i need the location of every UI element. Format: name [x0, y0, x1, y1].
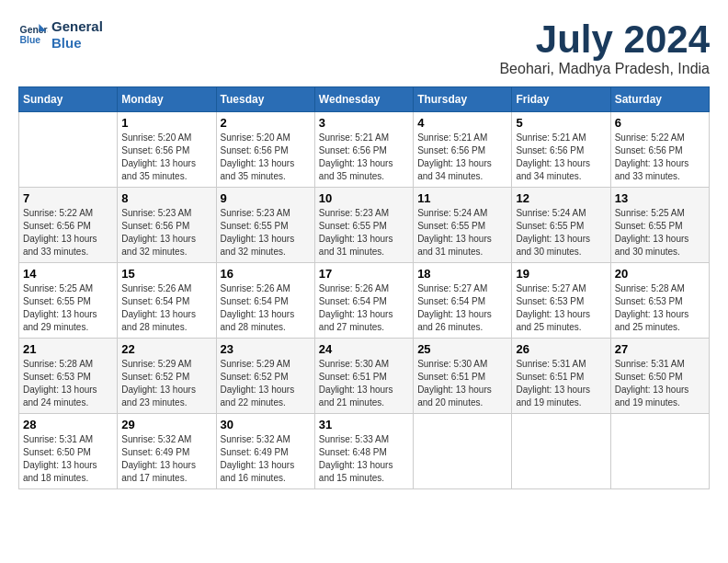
day-number: 25	[417, 342, 507, 356]
day-info: Sunrise: 5:24 AM Sunset: 6:55 PM Dayligh…	[516, 207, 606, 259]
calendar-cell: 18Sunrise: 5:27 AM Sunset: 6:54 PM Dayli…	[414, 263, 512, 339]
day-number: 20	[615, 267, 705, 281]
calendar-cell	[512, 414, 610, 489]
header-thursday: Thursday	[414, 87, 512, 112]
calendar-cell: 10Sunrise: 5:23 AM Sunset: 6:55 PM Dayli…	[314, 188, 413, 263]
calendar-cell: 2Sunrise: 5:20 AM Sunset: 6:56 PM Daylig…	[216, 112, 314, 188]
calendar-cell: 15Sunrise: 5:26 AM Sunset: 6:54 PM Dayli…	[118, 263, 216, 339]
day-info: Sunrise: 5:21 AM Sunset: 6:56 PM Dayligh…	[319, 132, 409, 183]
day-info: Sunrise: 5:32 AM Sunset: 6:49 PM Dayligh…	[121, 433, 211, 485]
day-number: 23	[221, 342, 311, 356]
day-info: Sunrise: 5:27 AM Sunset: 6:54 PM Dayligh…	[417, 282, 507, 334]
day-number: 4	[417, 116, 507, 130]
calendar-week-2: 7Sunrise: 5:22 AM Sunset: 6:56 PM Daylig…	[19, 188, 710, 263]
calendar-cell: 31Sunrise: 5:33 AM Sunset: 6:48 PM Dayli…	[314, 414, 413, 489]
calendar-cell: 9Sunrise: 5:23 AM Sunset: 6:55 PM Daylig…	[216, 188, 314, 263]
calendar-cell: 26Sunrise: 5:31 AM Sunset: 6:51 PM Dayli…	[512, 339, 610, 414]
day-info: Sunrise: 5:26 AM Sunset: 6:54 PM Dayligh…	[221, 282, 311, 334]
header-sunday: Sunday	[19, 87, 118, 112]
calendar-cell: 1Sunrise: 5:20 AM Sunset: 6:56 PM Daylig…	[118, 112, 216, 188]
day-number: 10	[319, 191, 409, 205]
logo-text-blue: Blue	[51, 35, 103, 52]
logo-text-general: General	[51, 18, 103, 35]
day-info: Sunrise: 5:31 AM Sunset: 6:50 PM Dayligh…	[23, 433, 113, 485]
day-number: 6	[615, 116, 705, 130]
calendar-week-5: 28Sunrise: 5:31 AM Sunset: 6:50 PM Dayli…	[19, 414, 710, 489]
calendar-table: SundayMondayTuesdayWednesdayThursdayFrid…	[18, 86, 710, 489]
day-info: Sunrise: 5:20 AM Sunset: 6:56 PM Dayligh…	[221, 132, 311, 183]
calendar-cell: 3Sunrise: 5:21 AM Sunset: 6:56 PM Daylig…	[314, 112, 413, 188]
month-year-title: July 2024	[499, 18, 710, 61]
calendar-cell: 23Sunrise: 5:29 AM Sunset: 6:52 PM Dayli…	[216, 339, 314, 414]
day-info: Sunrise: 5:23 AM Sunset: 6:56 PM Dayligh…	[121, 207, 211, 259]
day-number: 22	[121, 342, 211, 356]
day-number: 13	[615, 191, 705, 205]
calendar-cell: 13Sunrise: 5:25 AM Sunset: 6:55 PM Dayli…	[610, 188, 709, 263]
day-number: 24	[319, 342, 409, 356]
title-area: July 2024 Beohari, Madhya Pradesh, India	[499, 18, 710, 77]
calendar-cell: 21Sunrise: 5:28 AM Sunset: 6:53 PM Dayli…	[19, 339, 118, 414]
calendar-cell: 27Sunrise: 5:31 AM Sunset: 6:50 PM Dayli…	[610, 339, 709, 414]
day-number: 27	[615, 342, 705, 356]
day-number: 16	[221, 267, 311, 281]
calendar-week-1: 1Sunrise: 5:20 AM Sunset: 6:56 PM Daylig…	[19, 112, 710, 188]
day-info: Sunrise: 5:33 AM Sunset: 6:48 PM Dayligh…	[319, 433, 409, 485]
day-number: 1	[121, 116, 211, 130]
calendar-cell: 5Sunrise: 5:21 AM Sunset: 6:56 PM Daylig…	[512, 112, 610, 188]
day-number: 14	[23, 267, 113, 281]
day-number: 30	[221, 418, 311, 431]
calendar-cell: 22Sunrise: 5:29 AM Sunset: 6:52 PM Dayli…	[118, 339, 216, 414]
calendar-cell: 19Sunrise: 5:27 AM Sunset: 6:53 PM Dayli…	[512, 263, 610, 339]
calendar-cell: 6Sunrise: 5:22 AM Sunset: 6:56 PM Daylig…	[610, 112, 709, 188]
day-number: 26	[516, 342, 606, 356]
calendar-cell: 11Sunrise: 5:24 AM Sunset: 6:55 PM Dayli…	[414, 188, 512, 263]
day-number: 9	[221, 191, 311, 205]
day-info: Sunrise: 5:29 AM Sunset: 6:52 PM Dayligh…	[221, 358, 311, 409]
day-number: 29	[121, 418, 211, 431]
day-number: 19	[516, 267, 606, 281]
calendar-header-row: SundayMondayTuesdayWednesdayThursdayFrid…	[19, 87, 710, 112]
day-info: Sunrise: 5:29 AM Sunset: 6:52 PM Dayligh…	[121, 358, 211, 409]
header: General Blue General Blue July 2024 Beoh…	[18, 18, 710, 77]
calendar-cell: 25Sunrise: 5:30 AM Sunset: 6:51 PM Dayli…	[414, 339, 512, 414]
day-info: Sunrise: 5:22 AM Sunset: 6:56 PM Dayligh…	[23, 207, 113, 259]
location-title: Beohari, Madhya Pradesh, India	[499, 61, 710, 77]
svg-text:Blue: Blue	[20, 35, 41, 45]
day-info: Sunrise: 5:31 AM Sunset: 6:50 PM Dayligh…	[615, 358, 705, 409]
day-info: Sunrise: 5:28 AM Sunset: 6:53 PM Dayligh…	[23, 358, 113, 409]
day-number: 17	[319, 267, 409, 281]
day-number: 12	[516, 191, 606, 205]
day-info: Sunrise: 5:25 AM Sunset: 6:55 PM Dayligh…	[615, 207, 705, 259]
day-number: 31	[319, 418, 409, 431]
day-info: Sunrise: 5:22 AM Sunset: 6:56 PM Dayligh…	[615, 132, 705, 183]
calendar-cell: 24Sunrise: 5:30 AM Sunset: 6:51 PM Dayli…	[314, 339, 413, 414]
day-info: Sunrise: 5:23 AM Sunset: 6:55 PM Dayligh…	[319, 207, 409, 259]
calendar-cell: 30Sunrise: 5:32 AM Sunset: 6:49 PM Dayli…	[216, 414, 314, 489]
calendar-cell: 8Sunrise: 5:23 AM Sunset: 6:56 PM Daylig…	[118, 188, 216, 263]
day-info: Sunrise: 5:30 AM Sunset: 6:51 PM Dayligh…	[319, 358, 409, 409]
day-number: 5	[516, 116, 606, 130]
day-number: 28	[23, 418, 113, 431]
day-info: Sunrise: 5:26 AM Sunset: 6:54 PM Dayligh…	[121, 282, 211, 334]
calendar-cell: 4Sunrise: 5:21 AM Sunset: 6:56 PM Daylig…	[414, 112, 512, 188]
calendar-cell: 12Sunrise: 5:24 AM Sunset: 6:55 PM Dayli…	[512, 188, 610, 263]
calendar-cell	[414, 414, 512, 489]
day-number: 3	[319, 116, 409, 130]
calendar-cell: 28Sunrise: 5:31 AM Sunset: 6:50 PM Dayli…	[19, 414, 118, 489]
day-info: Sunrise: 5:24 AM Sunset: 6:55 PM Dayligh…	[417, 207, 507, 259]
header-friday: Friday	[512, 87, 610, 112]
day-info: Sunrise: 5:20 AM Sunset: 6:56 PM Dayligh…	[121, 132, 211, 183]
header-tuesday: Tuesday	[216, 87, 314, 112]
logo: General Blue General Blue	[18, 18, 103, 52]
day-info: Sunrise: 5:32 AM Sunset: 6:49 PM Dayligh…	[221, 433, 311, 485]
header-monday: Monday	[118, 87, 216, 112]
logo-icon: General Blue	[18, 20, 48, 50]
header-saturday: Saturday	[610, 87, 709, 112]
calendar-cell: 17Sunrise: 5:26 AM Sunset: 6:54 PM Dayli…	[314, 263, 413, 339]
day-number: 2	[221, 116, 311, 130]
day-info: Sunrise: 5:23 AM Sunset: 6:55 PM Dayligh…	[221, 207, 311, 259]
day-info: Sunrise: 5:30 AM Sunset: 6:51 PM Dayligh…	[417, 358, 507, 409]
calendar-week-4: 21Sunrise: 5:28 AM Sunset: 6:53 PM Dayli…	[19, 339, 710, 414]
day-info: Sunrise: 5:21 AM Sunset: 6:56 PM Dayligh…	[417, 132, 507, 183]
day-info: Sunrise: 5:28 AM Sunset: 6:53 PM Dayligh…	[615, 282, 705, 334]
